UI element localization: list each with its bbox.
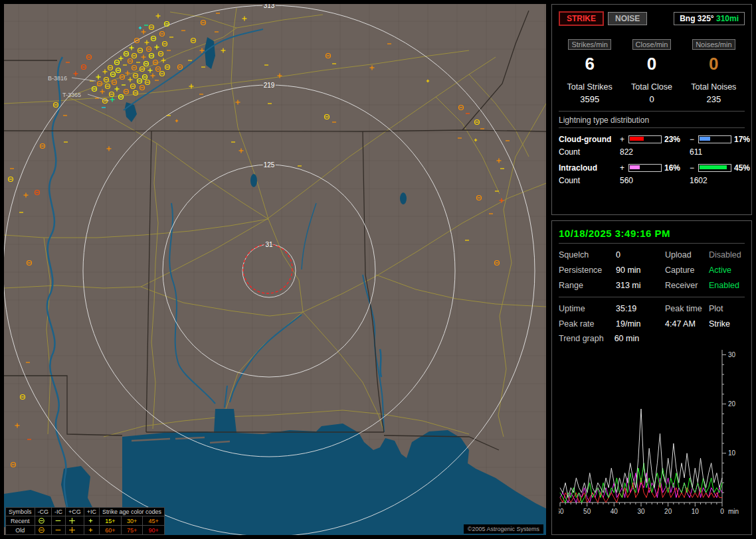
ring-label-219: 219 [264, 82, 275, 89]
total-strikes-label: Total Strikes [559, 82, 620, 92]
peak-time-value: 4:47 AM [665, 319, 709, 329]
mode-buttons: STRIKENOISE [559, 11, 647, 26]
cg-pos-old-icon [66, 526, 84, 535]
noise-mode-button[interactable]: NOISE [608, 12, 647, 25]
ic-neg-old-icon [52, 526, 66, 535]
strikes-per-min-button[interactable]: Strikes/min [568, 39, 611, 50]
total-noises-label: Total Noises [683, 82, 745, 92]
cloud-ground-label: Cloud-ground [559, 135, 620, 144]
legend-col-ic-neg: -IC [52, 508, 66, 516]
strike-mode-button[interactable]: STRIKE [559, 11, 604, 26]
svg-text:20: 20 [728, 400, 736, 408]
total-values-row: 3595 0 235 [559, 94, 745, 104]
cg-plus-bar [628, 135, 662, 143]
plot-label: Plot [709, 304, 745, 313]
cg-neg-old-icon [35, 526, 52, 535]
distribution-header: Lightning type distribution [559, 116, 745, 128]
squelch-label: Squelch [559, 250, 616, 260]
ic-plus-pct: 16% [664, 163, 690, 173]
trend-graph-row: Trend graph 60 min [559, 334, 745, 343]
uptime-value: 35:19 [616, 304, 665, 313]
ic-pos-old-icon [84, 526, 99, 535]
datetime-display: 10/18/2025 3:49:16 PM [559, 228, 745, 239]
legend-age-90: 90+ [143, 526, 165, 535]
legend-col-cg-neg: -CG [35, 508, 52, 516]
noises-per-min-button[interactable]: Noises/min [692, 39, 735, 50]
noises-per-min-value: 0 [683, 54, 745, 74]
squelch-value: 0 [616, 250, 665, 260]
persistence-label: Persistence [559, 266, 616, 275]
legend-symbols-header: Symbols [6, 508, 35, 516]
svg-text:10: 10 [692, 508, 700, 515]
legend-old-label: Old [6, 526, 35, 535]
total-labels-row: Total Strikes Total Close Total Noises [559, 82, 745, 92]
ring-label-31: 31 [265, 241, 273, 248]
cg-pos-recent-icon [66, 516, 84, 526]
ic-plus-count: 560 [620, 176, 690, 185]
uptime-label: Uptime [559, 304, 616, 313]
range-value: 313 mi [616, 281, 665, 290]
upload-status: Disabled [709, 250, 745, 260]
status-panel: 10/18/2025 3:49:16 PM Squelch 0 Upload D… [551, 220, 752, 535]
lake-1 [250, 174, 257, 187]
svg-text:10: 10 [728, 449, 736, 457]
capture-label: Capture [665, 266, 709, 275]
ic-minus-count: 1602 [690, 176, 745, 185]
svg-text:0: 0 [720, 508, 724, 515]
total-close-label: Total Close [620, 82, 682, 92]
legend-age-header: Strike age color codes [100, 508, 165, 516]
range-label: Range [559, 281, 616, 290]
status-grid: Squelch 0 Upload Disabled Persistence 90… [559, 250, 745, 290]
statistics-panel: STRIKENOISE Bng 325° 310mi Strikes/min C… [551, 4, 752, 215]
cloud-ground-count-row: Count 822 611 [559, 147, 745, 157]
legend-age-60: 60+ [100, 526, 122, 535]
ic-minus-pct: 45% [734, 163, 756, 173]
peak-time-label: Peak time [665, 304, 709, 313]
total-strikes-value: 3595 [559, 94, 620, 104]
capture-status: Active [709, 266, 745, 275]
minus-sign: − [690, 163, 698, 173]
total-close-value: 0 [620, 94, 682, 104]
total-noises-value: 235 [683, 94, 745, 104]
storm-cell-label: T-3365 [62, 92, 81, 98]
ic-neg-recent-icon [52, 516, 66, 526]
map-legend: Symbols -CG -IC +CG +IC Strike age color… [5, 507, 165, 535]
close-per-min-button[interactable]: Close/min [632, 39, 672, 50]
plus-sign: + [620, 163, 628, 173]
lightning-map[interactable]: 313 219 125 31 B-3816 T-3365 Symbols -CG… [4, 4, 546, 535]
stats-grid: Uptime 35:19 Peak time Plot Peak rate 19… [559, 304, 745, 329]
map-canvas: 313 219 125 31 B-3816 T-3365 [4, 4, 546, 535]
count-label: Count [559, 176, 620, 185]
rate-values-row: 6 0 0 [559, 54, 745, 74]
svg-text:min: min [728, 508, 739, 515]
copyright-text: ©2005 Astrogenic Systems [464, 524, 543, 534]
count-label: Count [559, 147, 620, 157]
strikes-per-min-value: 6 [559, 54, 620, 74]
svg-text:60: 60 [559, 508, 564, 515]
intracloud-count-row: Count 560 1602 [559, 176, 745, 185]
lake-2 [400, 193, 407, 204]
cloud-ground-row: Cloud-ground + 23% − 17% [559, 135, 745, 144]
close-per-min-value: 0 [620, 54, 682, 74]
ring-label-125: 125 [264, 161, 275, 169]
svg-text:50: 50 [583, 508, 591, 515]
walter-george-lake [380, 349, 381, 377]
svg-text:30: 30 [637, 508, 645, 515]
cg-neg-recent-icon [35, 516, 52, 526]
legend-age-30: 30+ [121, 516, 143, 526]
divider [559, 111, 745, 112]
intracloud-row: Intracloud + 16% − 45% [559, 163, 745, 173]
legend-age-15: 15+ [100, 516, 122, 526]
legend-age-75: 75+ [121, 526, 143, 535]
cg-plus-count: 822 [620, 147, 690, 157]
plus-sign: + [620, 135, 628, 144]
legend-recent-label: Recent [6, 516, 35, 526]
svg-text:30: 30 [728, 351, 736, 358]
ring-label-313: 313 [264, 4, 275, 9]
legend-age-45: 45+ [143, 516, 165, 526]
rate-labels-row: Strikes/min Close/min Noises/min [559, 38, 745, 50]
upload-label: Upload [665, 250, 709, 260]
ic-plus-bar [628, 164, 662, 172]
bearing-range: 310mi [716, 14, 739, 23]
trend-graph-value: 60 min [614, 334, 640, 343]
